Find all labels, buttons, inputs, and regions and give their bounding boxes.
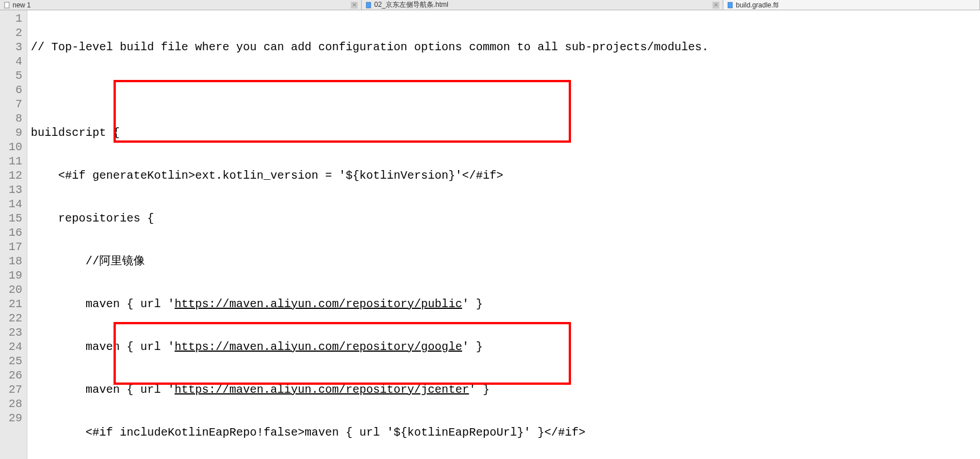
file-icon xyxy=(727,2,734,9)
svg-rect-0 xyxy=(5,2,9,8)
svg-rect-2 xyxy=(728,2,732,8)
svg-rect-1 xyxy=(366,2,371,8)
line-number: 19 xyxy=(0,268,27,283)
tab-label: build.gradle.ftl xyxy=(736,1,779,9)
tab-label: new 1 xyxy=(13,1,31,9)
line-number: 21 xyxy=(0,297,27,311)
tab-build-gradle-ftl[interactable]: build.gradle.ftl xyxy=(723,0,980,10)
line-number: 5 xyxy=(0,69,27,83)
line-number: 7 xyxy=(0,97,27,111)
line-number-gutter: 1234567891011121314151617181920212223242… xyxy=(0,10,27,459)
url-link[interactable]: https://maven.aliyun.com/repository/jcen… xyxy=(175,383,469,396)
line-number: 28 xyxy=(0,397,27,411)
line-number: 9 xyxy=(0,126,27,140)
close-icon[interactable]: ✕ xyxy=(712,2,719,9)
line-number: 12 xyxy=(0,168,27,183)
tab-label: 02_京东左侧导航条.html xyxy=(374,0,448,10)
line-number: 23 xyxy=(0,325,27,340)
line-number: 20 xyxy=(0,283,27,297)
tab-new-1[interactable]: new 1 ✕ xyxy=(0,0,362,10)
code-line xyxy=(31,83,980,97)
line-number: 13 xyxy=(0,183,27,197)
code-line: // Top-level build file where you can ad… xyxy=(31,40,980,54)
code-line: <#if generateKotlin>ext.kotlin_version =… xyxy=(31,168,980,183)
url-link[interactable]: https://maven.aliyun.com/repository/goog… xyxy=(175,340,462,353)
line-number: 17 xyxy=(0,240,27,254)
line-number: 25 xyxy=(0,354,27,368)
line-number: 1 xyxy=(0,11,27,26)
code-line: repositories { xyxy=(31,211,980,226)
code-line: maven { url 'https://maven.aliyun.com/re… xyxy=(31,382,980,397)
line-number: 15 xyxy=(0,211,27,226)
tab-html-file[interactable]: 02_京东左侧导航条.html ✕ xyxy=(362,0,723,10)
line-number: 26 xyxy=(0,368,27,382)
code-area[interactable]: // Top-level build file where you can ad… xyxy=(27,10,980,459)
line-number: 8 xyxy=(0,111,27,126)
line-number: 2 xyxy=(0,26,27,40)
code-line: maven { url 'https://maven.aliyun.com/re… xyxy=(31,340,980,354)
line-number: 16 xyxy=(0,226,27,240)
url-link[interactable]: https://maven.aliyun.com/repository/publ… xyxy=(175,297,462,311)
line-number: 22 xyxy=(0,311,27,325)
code-line: buildscript { xyxy=(31,126,980,140)
line-number: 4 xyxy=(0,54,27,69)
line-number: 27 xyxy=(0,382,27,397)
line-number: 3 xyxy=(0,40,27,54)
line-number: 14 xyxy=(0,197,27,211)
close-icon[interactable]: ✕ xyxy=(351,2,358,9)
line-number: 24 xyxy=(0,340,27,354)
file-icon xyxy=(365,2,372,9)
line-number: 29 xyxy=(0,411,27,425)
file-icon xyxy=(3,2,10,9)
code-line: maven { url 'https://maven.aliyun.com/re… xyxy=(31,297,980,311)
line-number: 11 xyxy=(0,154,27,168)
editor-area: 1234567891011121314151617181920212223242… xyxy=(0,10,980,459)
tab-bar: new 1 ✕ 02_京东左侧导航条.html ✕ build.gradle.f… xyxy=(0,0,980,10)
line-number: 18 xyxy=(0,254,27,268)
line-number: 10 xyxy=(0,140,27,154)
code-line: <#if includeKotlinEapRepo!false>maven { … xyxy=(31,425,980,440)
line-number: 6 xyxy=(0,83,27,97)
code-line: //阿里镜像 xyxy=(31,254,980,268)
